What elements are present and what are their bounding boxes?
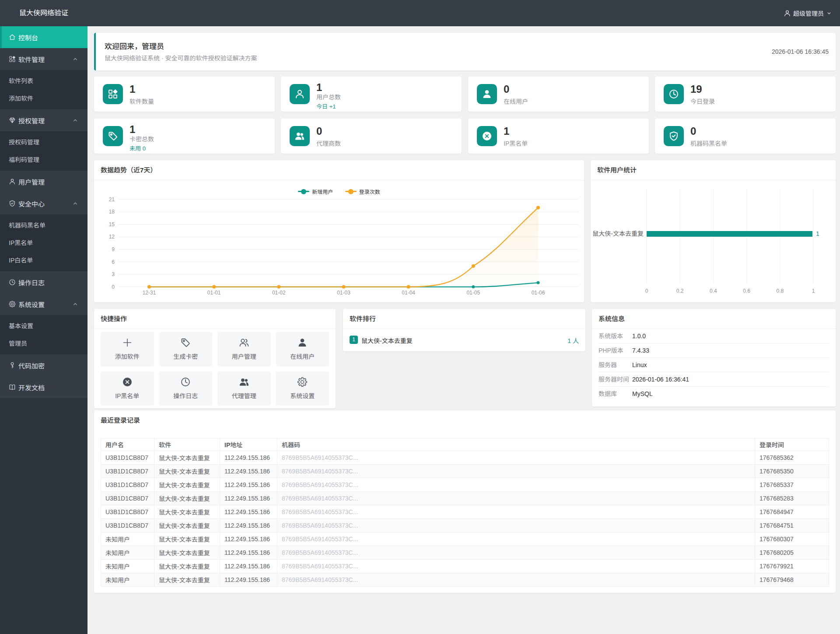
svg-text:01-06: 01-06 [532,290,545,296]
svg-text:3: 3 [112,271,115,277]
svg-text:9: 9 [112,246,115,252]
svg-text:1: 1 [812,288,815,294]
svg-text:01-03: 01-03 [337,290,350,296]
svg-text:0.2: 0.2 [676,288,684,294]
svg-text:0: 0 [645,288,648,294]
svg-text:6: 6 [112,259,115,265]
svg-text:18: 18 [109,209,115,215]
svg-text:15: 15 [109,221,115,228]
svg-text:0.4: 0.4 [710,288,717,294]
svg-text:01-01: 01-01 [207,290,221,296]
svg-text:0.6: 0.6 [743,288,750,294]
svg-text:鼠大侠-文本去重复: 鼠大侠-文本去重复 [592,230,644,237]
svg-text:12-31: 12-31 [143,290,156,296]
svg-text:01-05: 01-05 [466,290,480,296]
svg-text:0: 0 [112,284,115,290]
svg-text:1: 1 [816,230,819,237]
svg-text:21: 21 [109,196,115,203]
svg-text:01-04: 01-04 [402,290,415,296]
svg-text:01-02: 01-02 [272,290,286,296]
svg-text:12: 12 [109,234,115,240]
svg-text:0.8: 0.8 [776,288,784,294]
